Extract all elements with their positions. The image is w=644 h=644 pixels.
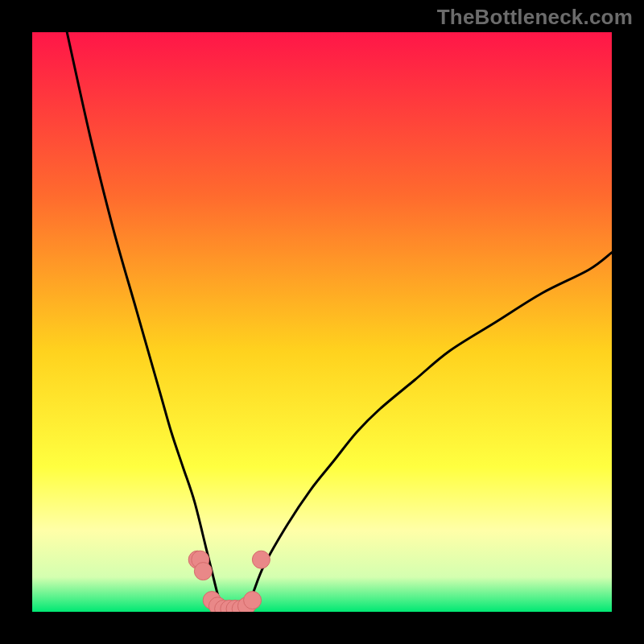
curve-marker bbox=[252, 551, 270, 568]
bottleneck-chart bbox=[32, 32, 612, 612]
curve-marker bbox=[244, 592, 262, 609]
gradient-background bbox=[32, 32, 612, 612]
curve-marker bbox=[194, 563, 212, 580]
watermark-text: TheBottleneck.com bbox=[437, 5, 633, 30]
outer-frame: TheBottleneck.com bbox=[0, 0, 644, 644]
